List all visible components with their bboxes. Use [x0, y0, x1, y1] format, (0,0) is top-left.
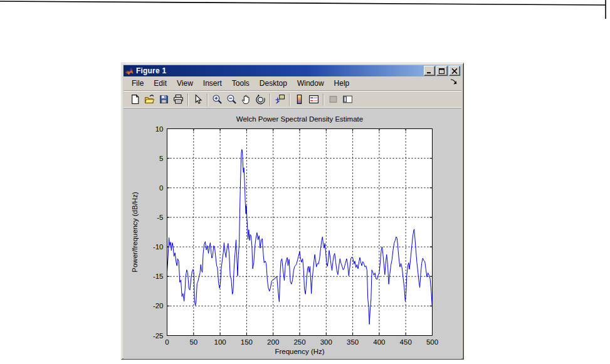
window-title: Figure 1 [136, 65, 423, 76]
zoom-in-button[interactable] [210, 93, 224, 107]
open-file-button[interactable] [142, 93, 157, 107]
rotate-3d-button[interactable] [253, 93, 268, 107]
y-tick-label: -10 [153, 243, 164, 251]
y-tick-label: 0 [159, 184, 163, 192]
data-cursor-icon [275, 94, 285, 105]
legend-icon [308, 94, 319, 105]
chart-title: Welch Power Spectral Density Estimate [236, 115, 363, 123]
toolbar-separator [270, 93, 271, 106]
insert-colorbar-button[interactable] [292, 93, 307, 107]
x-tick-label: 150 [241, 338, 253, 346]
plot-tools-icon [342, 94, 353, 105]
menu-desktop[interactable]: Desktop [255, 78, 292, 89]
y-tick-label: -25 [153, 332, 164, 340]
cursor-icon [192, 94, 203, 105]
close-icon [451, 68, 458, 74]
new-figure-button[interactable] [128, 93, 142, 107]
minimize-button[interactable] [424, 66, 435, 76]
print-icon [173, 94, 184, 105]
x-tick-label: 450 [400, 338, 412, 346]
toolbar [124, 90, 461, 108]
toolbar-separator [323, 93, 324, 106]
menu-tools[interactable]: Tools [227, 78, 255, 89]
new-document-icon [130, 94, 140, 105]
maximize-button[interactable] [436, 66, 448, 76]
plot-tools-off-icon [328, 94, 339, 105]
x-tick-label: 350 [347, 338, 359, 346]
figure-window: Figure 1 File Edit View Insert Tools Des… [121, 63, 464, 360]
zoom-out-button[interactable] [224, 93, 239, 107]
save-icon [159, 94, 169, 105]
x-tick-label: 250 [293, 338, 305, 346]
print-figure-button[interactable] [171, 93, 186, 107]
menu-edit[interactable]: Edit [149, 78, 172, 89]
x-tick-label: 100 [214, 338, 226, 346]
figure-canvas: 0501001502002503003504004505001050-5-10-… [124, 108, 461, 359]
x-tick-label: 400 [373, 338, 385, 346]
rotate-3d-icon [255, 94, 266, 105]
data-cursor-button[interactable] [273, 93, 287, 107]
y-tick-label: -5 [157, 214, 163, 221]
x-tick-label: 300 [320, 338, 332, 346]
menu-insert[interactable]: Insert [198, 78, 227, 89]
x-axis-label: Frequency (Hz) [275, 348, 324, 355]
minimize-icon [426, 68, 433, 74]
menu-help[interactable]: Help [329, 78, 355, 89]
menubar-overflow-arrow-icon[interactable] [450, 78, 458, 86]
y-tick-label: 5 [159, 155, 163, 162]
y-axis-label: Power/frequency (dB/Hz) [131, 192, 139, 273]
menu-file[interactable]: File [127, 78, 149, 89]
zoom-in-icon [212, 94, 223, 105]
y-tick-label: 10 [155, 125, 164, 133]
matlab-logo-icon [125, 66, 134, 76]
titlebar[interactable]: Figure 1 [124, 65, 461, 76]
x-tick-label: 500 [426, 338, 438, 346]
menu-window[interactable]: Window [292, 78, 329, 89]
edit-plot-button[interactable] [191, 93, 205, 107]
hand-icon [241, 94, 251, 105]
menubar: File Edit View Insert Tools Desktop Wind… [124, 76, 461, 90]
x-tick-label: 50 [189, 338, 197, 346]
y-tick-label: -20 [153, 302, 164, 309]
toolbar-separator [289, 93, 290, 106]
pan-button[interactable] [239, 93, 253, 107]
colorbar-icon [294, 94, 305, 105]
y-tick-label: -15 [153, 273, 164, 280]
zoom-out-icon [226, 94, 237, 105]
menu-view[interactable]: View [172, 78, 198, 89]
insert-legend-button[interactable] [307, 93, 321, 107]
toolbar-separator [187, 93, 189, 106]
toolbar-separator [207, 93, 208, 106]
x-tick-label: 0 [165, 338, 169, 346]
x-tick-label: 200 [267, 338, 279, 346]
open-folder-icon [144, 94, 155, 105]
show-plot-tools-button[interactable] [340, 93, 355, 107]
psd-chart: 0501001502002503003504004505001050-5-10-… [124, 108, 463, 359]
close-button[interactable] [449, 66, 460, 76]
hide-plot-tools-button [326, 93, 340, 107]
maximize-icon [439, 68, 445, 74]
save-figure-button[interactable] [157, 93, 171, 107]
